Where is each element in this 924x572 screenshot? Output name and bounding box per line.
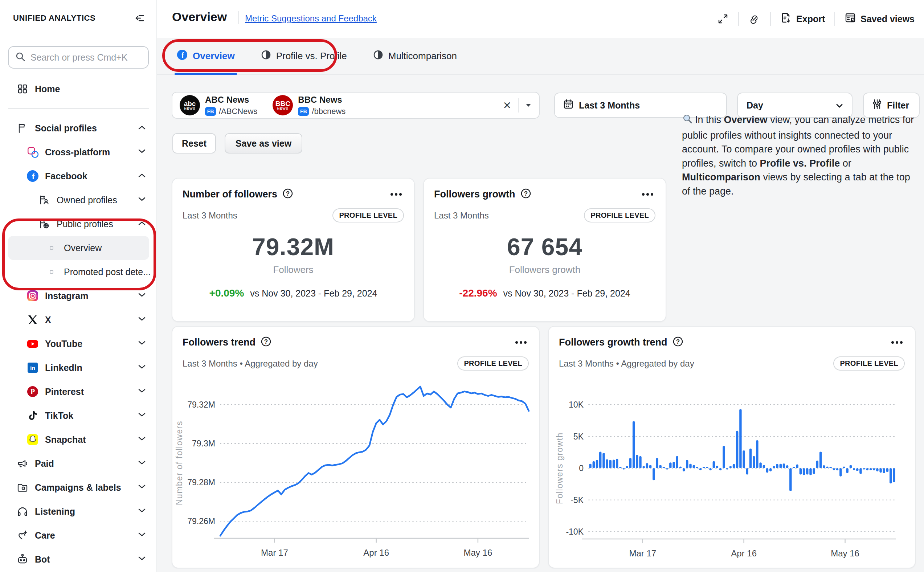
chevron-down-icon[interactable]	[138, 364, 146, 371]
saved-views-label: Saved views	[860, 14, 915, 24]
card-menu-icon[interactable]	[513, 339, 529, 346]
sidebar-item-cross-platform[interactable]: Cross-platform	[0, 140, 157, 164]
growth-bar	[676, 456, 678, 468]
sidebar-item-pinterest[interactable]: PPinterest	[0, 380, 157, 404]
sidebar-item-linkedin[interactable]: inLinkedIn	[0, 356, 157, 380]
granularity-value: Day	[747, 100, 763, 111]
chevron-down-icon[interactable]	[138, 412, 146, 419]
chevron-up-icon[interactable]	[138, 173, 146, 180]
sidebar-item-campaigns-labels[interactable]: Campaigns & labels	[0, 476, 157, 499]
metric-suggestions-link[interactable]: Metric Suggestions and Feedback	[245, 13, 377, 23]
card-menu-icon[interactable]	[640, 191, 655, 198]
y-tick-label: -5K	[570, 496, 584, 505]
clear-selection-icon[interactable]: ✕	[503, 99, 511, 112]
growth-bar	[663, 467, 665, 469]
sidebar-item-bot[interactable]: Bot	[0, 547, 157, 571]
bullet-icon	[45, 246, 58, 250]
followers-growth-trend-chart[interactable]: 10K5K0-5K-10KMar 17Apr 16May 16Followers…	[549, 374, 916, 568]
search-input[interactable]: Search or press Cmd+K	[8, 46, 149, 68]
profile-chip-abc[interactable]: abcNEWSABC NewsFB/ABCNews	[180, 95, 257, 116]
selector-divider	[518, 98, 519, 112]
profile-chip-bbc[interactable]: BBCNEWSBBC NewsFB/bbcnews	[273, 95, 345, 116]
tab-label: Overview	[193, 50, 235, 62]
sidebar-item-listening[interactable]: Listening	[0, 499, 157, 523]
sidebar-item-tiktok[interactable]: TikTok	[0, 404, 157, 427]
home-icon	[16, 83, 29, 95]
chevron-down-icon[interactable]	[138, 388, 146, 395]
help-icon[interactable]: ?	[520, 188, 531, 201]
chevron-down-icon[interactable]	[138, 460, 146, 467]
sidebar-item-instagram[interactable]: Instagram	[0, 284, 157, 308]
help-icon[interactable]: ?	[283, 188, 293, 201]
tab-multicomparison[interactable]: Multicomparison	[373, 38, 457, 75]
sidebar-item-home[interactable]: Home	[0, 77, 157, 101]
card-menu-icon[interactable]	[889, 339, 905, 346]
sidebar-item-youtube[interactable]: YouTube	[0, 332, 157, 356]
collapse-sidebar-icon[interactable]	[133, 12, 146, 25]
sidebar-divider	[8, 108, 149, 109]
chevron-down-icon[interactable]	[138, 292, 146, 299]
growth-bar	[629, 458, 632, 468]
svg-text:?: ?	[264, 338, 268, 345]
profile-level-badge: PROFILE LEVEL	[457, 356, 529, 371]
growth-bar	[722, 446, 725, 468]
app-window: UNIFIED ANALYTICS Search or press Cmd+K …	[0, 0, 924, 572]
help-icon[interactable]: ?	[672, 336, 683, 348]
growth-bar	[800, 468, 802, 475]
growth-bar	[866, 468, 868, 470]
x-tick-label: Apr 16	[363, 548, 389, 558]
kpi-delta: +0.09%	[210, 288, 244, 299]
growth-bar	[783, 463, 785, 468]
sidebar-item-promoted-post-dete[interactable]: Promoted post dete...	[0, 260, 157, 284]
reset-button[interactable]: Reset	[172, 133, 216, 154]
owned-profiles-icon	[38, 194, 51, 206]
sidebar-item-overview[interactable]: Overview	[8, 236, 149, 260]
help-icon[interactable]: ?	[261, 336, 272, 348]
copy-link-icon[interactable]	[749, 13, 761, 25]
growth-bar	[870, 468, 872, 470]
sidebar-item-label: Snapchat	[45, 434, 86, 445]
sidebar-item-facebook[interactable]: fFacebook	[0, 164, 157, 188]
sidebar-item-social-profiles[interactable]: Social profiles	[0, 116, 157, 140]
chevron-up-icon[interactable]	[138, 124, 146, 132]
tab-overview[interactable]: fOverview	[177, 38, 235, 75]
chevron-down-icon[interactable]	[138, 556, 146, 563]
chevron-up-icon[interactable]	[138, 220, 146, 228]
chevron-down-icon[interactable]	[138, 196, 146, 204]
chevron-down-icon[interactable]	[138, 148, 146, 156]
kpi-compare-range: vs Nov 30, 2023 - Feb 29, 2024	[250, 288, 377, 298]
chevron-down-icon[interactable]	[138, 436, 146, 443]
view-tabs: fOverviewProfile vs. ProfileMulticompari…	[177, 38, 457, 75]
growth-bar	[793, 467, 795, 469]
svg-text:?: ?	[524, 190, 527, 197]
sidebar-item-snapchat[interactable]: Snapchat	[0, 427, 157, 451]
saved-views-button[interactable]: Saved views	[845, 12, 915, 26]
sidebar-item-label: Promoted post dete...	[64, 267, 151, 277]
half-circle-icon	[261, 50, 271, 62]
growth-bar	[859, 468, 862, 474]
sidebar-item-care[interactable]: Care	[0, 523, 157, 547]
chevron-down-icon[interactable]	[138, 316, 146, 323]
chevron-down-icon[interactable]	[138, 532, 146, 539]
growth-bar	[749, 449, 752, 468]
profile-selector[interactable]: abcNEWSABC NewsFB/ABCNewsBBCNEWSBBC News…	[172, 92, 540, 119]
sidebar-item-paid[interactable]: Paid	[0, 451, 157, 476]
chevron-down-icon	[836, 100, 843, 111]
sidebar-item-public-profiles[interactable]: Public profiles	[0, 212, 157, 236]
card-menu-icon[interactable]	[388, 191, 404, 198]
sidebar-item-label: YouTube	[45, 339, 82, 349]
sidebar-item-owned-profiles[interactable]: Owned profiles	[0, 188, 157, 212]
save-as-view-button[interactable]: Save as view	[225, 133, 302, 154]
caret-down-icon[interactable]	[525, 103, 532, 107]
chevron-down-icon[interactable]	[138, 340, 146, 347]
sidebar-item-x[interactable]: X	[0, 308, 157, 332]
export-button[interactable]: Export	[780, 12, 825, 26]
followers-trend-chart[interactable]: 79.32M79.3M79.28M79.26MMar 17Apr 16May 1…	[172, 374, 540, 568]
chevron-down-icon[interactable]	[138, 508, 146, 515]
tab-profile-vs-profile[interactable]: Profile vs. Profile	[261, 38, 347, 75]
chevron-down-icon[interactable]	[138, 484, 146, 491]
growth-bar	[893, 468, 895, 482]
header-divider	[770, 12, 771, 26]
expand-icon[interactable]	[717, 13, 729, 25]
growth-bar	[873, 468, 875, 470]
